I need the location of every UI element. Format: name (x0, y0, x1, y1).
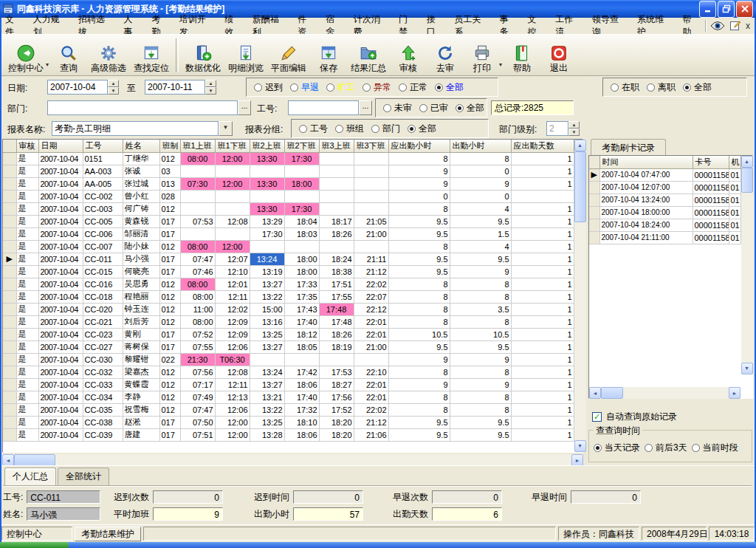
radio-icon[interactable] (326, 83, 334, 92)
column-header[interactable]: 班制 (159, 140, 180, 152)
cell[interactable]: 是 (16, 328, 38, 340)
cell[interactable]: 8 (388, 240, 450, 253)
radio-option[interactable]: 全部 (435, 81, 464, 94)
report-name-select[interactable]: 考勤-员工明细 (52, 121, 219, 136)
cell[interactable]: 01 (729, 193, 740, 206)
cell[interactable]: 是 (16, 278, 38, 290)
cell[interactable]: CC-005 (83, 215, 123, 227)
cell[interactable]: 17:51 (319, 278, 354, 290)
cell[interactable]: 07:17 (180, 378, 215, 391)
cell[interactable]: 1.5 (450, 227, 511, 240)
cell[interactable]: 07:51 (180, 428, 215, 441)
cell[interactable] (354, 202, 388, 215)
cell[interactable]: 18:26 (319, 227, 354, 240)
cell[interactable]: 17:40 (284, 315, 319, 328)
cell[interactable]: CC-003 (83, 202, 123, 215)
cell[interactable]: 13:27 (250, 278, 284, 290)
cell[interactable]: 01 (729, 231, 740, 244)
cell[interactable]: 12:08 (215, 215, 250, 227)
cell[interactable]: 13:25 (250, 328, 284, 340)
cell[interactable]: 17:32 (284, 403, 319, 416)
cell[interactable]: 邹丽清 (123, 227, 159, 240)
cell[interactable]: 2007-10-04 (38, 152, 83, 165)
cell[interactable]: 0151 (83, 152, 123, 165)
card-row[interactable]: 2007-10-04 18:00:00000011581001 (589, 206, 740, 219)
cell[interactable]: 10.5 (388, 328, 450, 340)
cell[interactable]: 1 (511, 416, 574, 428)
cell[interactable]: 03 (159, 165, 180, 177)
result-summary-button[interactable]: 结果汇总 (347, 36, 390, 75)
tab-all-statistics[interactable]: 全部统计 (58, 467, 109, 485)
cell[interactable] (319, 177, 354, 190)
cell[interactable]: 1 (511, 340, 574, 353)
cell[interactable] (319, 240, 354, 253)
cell[interactable]: 12:00 (215, 416, 250, 428)
cell[interactable]: 17:53 (319, 366, 354, 378)
cell[interactable] (215, 190, 250, 202)
date-to-input[interactable]: 2007-10-11 (145, 80, 205, 95)
cell[interactable]: 017 (159, 328, 180, 340)
radio-icon[interactable] (611, 83, 619, 92)
table-row[interactable]: 是2007-10-04CC-033黄蝶霞01207:1712:1113:2718… (3, 378, 574, 391)
cell[interactable]: 012 (159, 315, 180, 328)
table-row[interactable]: 是2007-10-04AA-003张诚03901 (3, 165, 574, 177)
cell[interactable]: 是 (16, 177, 38, 190)
cell[interactable]: 2007-10-04 (38, 240, 83, 253)
radio-icon[interactable] (647, 83, 655, 92)
cell[interactable]: 0000115810 (693, 219, 729, 231)
radio-icon[interactable] (335, 125, 343, 133)
cell[interactable]: 08:00 (180, 240, 215, 253)
cell[interactable]: 07:30 (180, 177, 215, 190)
cell[interactable]: 18:04 (284, 215, 319, 227)
cell[interactable]: 18:38 (319, 265, 354, 278)
column-header[interactable]: 班2上班 (250, 140, 284, 152)
radio-icon[interactable] (645, 444, 653, 452)
cell[interactable]: 是 (16, 152, 38, 165)
cell[interactable]: 21:12 (354, 265, 388, 278)
table-row[interactable]: 是2007-10-04CC-034李静01207:4912:1313:2117:… (3, 391, 574, 403)
radio-icon[interactable] (408, 125, 416, 133)
table-row[interactable]: 是2007-10-04CC-003何广铸01213:3017:30841 (3, 202, 574, 215)
cell[interactable]: CC-034 (83, 391, 123, 403)
edit-note-icon[interactable] (729, 20, 741, 32)
cell[interactable]: 丁继华 (123, 152, 159, 165)
cell[interactable]: 1 (511, 177, 574, 190)
cell[interactable]: 是 (16, 428, 38, 441)
cell[interactable]: AA-005 (83, 177, 123, 190)
cell[interactable]: 22:10 (354, 366, 388, 378)
cell[interactable] (354, 152, 388, 165)
cell[interactable]: 12:00 (215, 152, 250, 165)
start-button-edge[interactable] (0, 542, 69, 548)
cell[interactable] (319, 190, 354, 202)
cell[interactable]: 是 (16, 202, 38, 215)
cell[interactable]: 2007-10-04 (38, 391, 83, 403)
cell[interactable]: 08:00 (180, 152, 215, 165)
help-button[interactable]: 帮助 (504, 36, 540, 75)
cell[interactable]: 017 (159, 265, 180, 278)
table-row[interactable]: 是2007-10-04CC-016吴思勇01208:0012:0113:2717… (3, 278, 574, 290)
radio-icon[interactable] (371, 125, 379, 133)
cell[interactable] (180, 165, 215, 177)
cell[interactable]: 12:11 (215, 290, 250, 303)
cell[interactable]: 0000115810 (693, 231, 729, 244)
cell[interactable]: 2007-10-04 (38, 315, 83, 328)
cell[interactable]: 9.5 (450, 340, 511, 353)
cell[interactable] (319, 152, 354, 165)
cell[interactable]: 22:02 (354, 403, 388, 416)
cell[interactable]: 9 (450, 378, 511, 391)
cell[interactable]: 07:47 (180, 253, 215, 265)
cell[interactable]: 1 (511, 378, 574, 391)
control-center-button[interactable]: 控制中心 (4, 36, 47, 75)
table-row[interactable]: 是2007-10-04CC-002曾小红02800 (3, 190, 574, 202)
cell[interactable]: CC-027 (83, 340, 123, 353)
cell[interactable]: 13:16 (250, 315, 284, 328)
cell[interactable] (215, 202, 250, 215)
cell[interactable]: 1 (511, 152, 574, 165)
cell[interactable]: 18:06 (284, 428, 319, 441)
column-header[interactable]: 班3上班 (319, 140, 354, 152)
cell[interactable]: 08:00 (180, 315, 215, 328)
cell[interactable]: 李静 (123, 391, 159, 403)
table-row[interactable]: 是2007-10-04CC-038赵淞01707:5012:0013:2518:… (3, 416, 574, 428)
cell[interactable]: 21:06 (354, 428, 388, 441)
cell[interactable]: 22:12 (354, 303, 388, 315)
